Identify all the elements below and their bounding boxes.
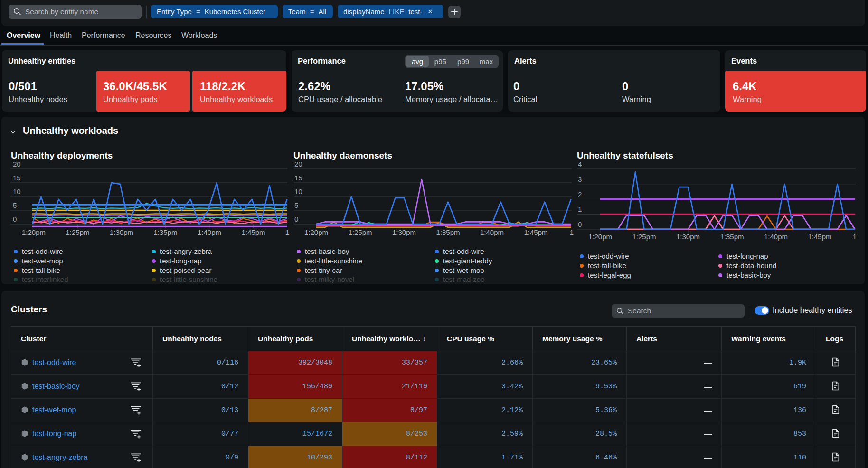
svg-text:1:25pm: 1:25pm [66, 228, 89, 236]
svg-text:1: 1 [285, 228, 289, 236]
svg-text:1:35pm: 1:35pm [153, 228, 177, 236]
svg-text:15: 15 [294, 174, 302, 182]
svg-text:1:30pm: 1:30pm [676, 233, 700, 241]
svg-text:1:30pm: 1:30pm [110, 228, 133, 236]
svg-text:1:40pm: 1:40pm [764, 233, 788, 241]
svg-text:1:45pm: 1:45pm [524, 228, 547, 236]
svg-text:1:35pm: 1:35pm [436, 228, 460, 236]
svg-text:1:40pm: 1:40pm [198, 228, 221, 236]
svg-text:1:20pm: 1:20pm [588, 233, 612, 241]
svg-text:10: 10 [13, 187, 21, 196]
svg-text:1: 1 [853, 233, 857, 241]
svg-text:1:25pm: 1:25pm [632, 233, 656, 241]
svg-text:2: 2 [578, 190, 582, 198]
svg-text:4: 4 [578, 161, 582, 168]
svg-text:5: 5 [294, 201, 298, 209]
svg-text:20: 20 [294, 161, 302, 168]
svg-text:20: 20 [13, 161, 21, 168]
svg-text:15: 15 [13, 174, 21, 182]
svg-text:1:45pm: 1:45pm [808, 233, 831, 241]
svg-text:1: 1 [570, 228, 574, 236]
svg-text:5: 5 [13, 201, 17, 209]
svg-text:1:20pm: 1:20pm [22, 228, 46, 236]
svg-text:0: 0 [13, 215, 17, 223]
svg-text:1:30pm: 1:30pm [392, 228, 416, 236]
svg-text:0: 0 [294, 215, 298, 223]
svg-text:10: 10 [294, 187, 302, 196]
svg-text:1: 1 [578, 205, 582, 213]
svg-text:1:20pm: 1:20pm [304, 228, 328, 236]
svg-text:1:35pm: 1:35pm [720, 233, 744, 241]
svg-text:3: 3 [578, 175, 582, 183]
svg-text:0: 0 [578, 220, 582, 228]
svg-text:1:40pm: 1:40pm [480, 228, 504, 236]
svg-text:1:45pm: 1:45pm [241, 228, 265, 236]
svg-text:1:25pm: 1:25pm [348, 228, 372, 236]
